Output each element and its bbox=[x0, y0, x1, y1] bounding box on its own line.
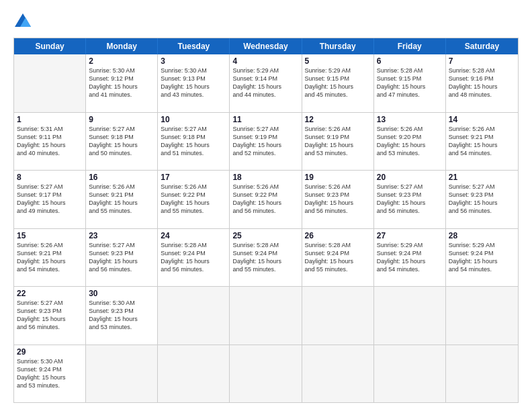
calendar-week-1: 2Sunrise: 5:30 AMSunset: 9:12 PMDaylight… bbox=[14, 54, 518, 113]
header-day-saturday: Saturday bbox=[446, 38, 518, 54]
calendar-cell: 9Sunrise: 5:27 AMSunset: 9:18 PMDaylight… bbox=[86, 113, 158, 171]
cell-info-line: and 56 minutes. bbox=[449, 207, 515, 215]
cell-info-line: Sunset: 9:24 PM bbox=[17, 365, 83, 373]
calendar-cell: 18Sunrise: 5:26 AMSunset: 9:22 PMDayligh… bbox=[230, 171, 302, 228]
calendar-cell bbox=[446, 345, 518, 403]
cell-info-line: Sunset: 9:24 PM bbox=[449, 249, 515, 257]
calendar-cell bbox=[446, 287, 518, 345]
cell-info-line: Daylight: 15 hours bbox=[305, 83, 371, 91]
calendar-cell bbox=[374, 345, 446, 403]
cell-info-line: Daylight: 15 hours bbox=[232, 199, 298, 207]
cell-info-line: Sunset: 9:11 PM bbox=[17, 133, 83, 141]
calendar-cell: 19Sunrise: 5:26 AMSunset: 9:23 PMDayligh… bbox=[302, 171, 374, 228]
cell-info-line: Sunset: 9:15 PM bbox=[377, 75, 443, 83]
day-number: 30 bbox=[89, 289, 154, 298]
cell-info-line: Daylight: 15 hours bbox=[161, 83, 226, 91]
cell-info-line: Sunrise: 5:28 AM bbox=[161, 241, 226, 249]
cell-info-line: and 55 minutes. bbox=[89, 207, 154, 215]
calendar-cell: 11Sunrise: 5:27 AMSunset: 9:19 PMDayligh… bbox=[230, 113, 302, 171]
calendar-cell bbox=[230, 345, 302, 403]
calendar-cell: 10Sunrise: 5:27 AMSunset: 9:18 PMDayligh… bbox=[158, 113, 230, 171]
cell-info-line: Sunrise: 5:27 AM bbox=[449, 183, 515, 191]
calendar-cell bbox=[158, 345, 230, 403]
cell-info-line: and 54 minutes. bbox=[449, 149, 515, 157]
cell-info-line: Sunrise: 5:26 AM bbox=[377, 125, 443, 133]
day-number: 13 bbox=[377, 115, 443, 124]
cell-info-line: Sunrise: 5:27 AM bbox=[17, 299, 83, 307]
calendar-cell: 1Sunrise: 5:31 AMSunset: 9:11 PMDaylight… bbox=[14, 113, 86, 171]
header-day-monday: Monday bbox=[86, 38, 158, 54]
calendar-cell: 28Sunrise: 5:29 AMSunset: 9:24 PMDayligh… bbox=[446, 229, 518, 287]
cell-info-line: Daylight: 15 hours bbox=[449, 83, 515, 91]
cell-info-line: and 53 minutes. bbox=[17, 381, 83, 390]
cell-info-line: Sunrise: 5:27 AM bbox=[232, 125, 298, 133]
header-day-friday: Friday bbox=[374, 38, 446, 54]
day-number: 7 bbox=[449, 56, 515, 66]
cell-info-line: Sunset: 9:23 PM bbox=[449, 191, 515, 199]
cell-info-line: and 56 minutes. bbox=[305, 207, 371, 215]
cell-info-line: and 41 minutes. bbox=[89, 91, 154, 99]
calendar-cell bbox=[230, 287, 302, 345]
cell-info-line: Sunset: 9:16 PM bbox=[449, 75, 515, 83]
logo-icon bbox=[13, 12, 32, 31]
cell-info-line: Sunset: 9:18 PM bbox=[161, 133, 226, 141]
cell-info-line: and 54 minutes. bbox=[17, 265, 83, 273]
cell-info-line: Sunset: 9:12 PM bbox=[89, 75, 154, 83]
day-number: 23 bbox=[89, 231, 154, 240]
cell-info-line: and 56 minutes. bbox=[161, 265, 226, 273]
cell-info-line: and 56 minutes. bbox=[232, 207, 298, 215]
cell-info-line: Sunrise: 5:26 AM bbox=[161, 183, 226, 191]
day-number: 4 bbox=[232, 56, 298, 66]
cell-info-line: Daylight: 15 hours bbox=[161, 199, 226, 207]
cell-info-line: Daylight: 15 hours bbox=[17, 199, 83, 207]
cell-info-line: Sunrise: 5:26 AM bbox=[89, 183, 154, 191]
cell-info-line: Sunset: 9:23 PM bbox=[305, 191, 371, 199]
cell-info-line: Sunset: 9:20 PM bbox=[377, 133, 443, 141]
header-day-sunday: Sunday bbox=[14, 38, 86, 54]
calendar-cell: 3Sunrise: 5:30 AMSunset: 9:13 PMDaylight… bbox=[158, 54, 230, 112]
calendar-cell: 20Sunrise: 5:27 AMSunset: 9:23 PMDayligh… bbox=[374, 171, 446, 228]
cell-info-line: Sunset: 9:22 PM bbox=[232, 191, 298, 199]
day-number: 28 bbox=[449, 231, 515, 240]
calendar-cell: 5Sunrise: 5:29 AMSunset: 9:15 PMDaylight… bbox=[302, 54, 374, 112]
cell-info-line: and 45 minutes. bbox=[305, 91, 371, 99]
cell-info-line: Sunrise: 5:28 AM bbox=[305, 241, 371, 249]
cell-info-line: Sunrise: 5:28 AM bbox=[449, 66, 515, 75]
cell-info-line: Sunset: 9:24 PM bbox=[232, 249, 298, 257]
cell-info-line: and 49 minutes. bbox=[17, 207, 83, 215]
calendar-cell: 22Sunrise: 5:27 AMSunset: 9:23 PMDayligh… bbox=[14, 287, 86, 345]
cell-info-line: Sunrise: 5:27 AM bbox=[17, 183, 83, 191]
cell-info-line: Sunset: 9:24 PM bbox=[305, 249, 371, 257]
cell-info-line: Daylight: 15 hours bbox=[305, 199, 371, 207]
calendar-cell bbox=[302, 345, 374, 403]
cell-info-line: Sunrise: 5:28 AM bbox=[377, 66, 443, 75]
cell-info-line: and 54 minutes. bbox=[377, 265, 443, 273]
cell-info-line: Sunset: 9:23 PM bbox=[89, 307, 154, 315]
cell-info-line: Sunset: 9:13 PM bbox=[161, 75, 226, 83]
day-number: 25 bbox=[232, 231, 298, 240]
logo bbox=[13, 12, 35, 31]
cell-info-line: Sunrise: 5:26 AM bbox=[305, 125, 371, 133]
cell-info-line: and 43 minutes. bbox=[161, 91, 226, 99]
cell-info-line: Daylight: 15 hours bbox=[161, 141, 226, 149]
calendar-week-4: 15Sunrise: 5:26 AMSunset: 9:21 PMDayligh… bbox=[14, 229, 518, 287]
calendar-header-row: SundayMondayTuesdayWednesdayThursdayFrid… bbox=[14, 38, 518, 54]
cell-info-line: and 54 minutes. bbox=[449, 265, 515, 273]
cell-info-line: Sunset: 9:23 PM bbox=[17, 307, 83, 315]
calendar-cell: 14Sunrise: 5:26 AMSunset: 9:21 PMDayligh… bbox=[446, 113, 518, 171]
day-number: 3 bbox=[161, 56, 226, 66]
cell-info-line: Daylight: 15 hours bbox=[89, 257, 154, 265]
cell-info-line: and 53 minutes. bbox=[377, 149, 443, 157]
day-number: 1 bbox=[17, 115, 83, 124]
cell-info-line: Sunset: 9:23 PM bbox=[377, 191, 443, 199]
cell-info-line: and 53 minutes. bbox=[89, 323, 154, 331]
cell-info-line: Daylight: 15 hours bbox=[305, 257, 371, 265]
cell-info-line: Sunrise: 5:26 AM bbox=[449, 125, 515, 133]
header-day-thursday: Thursday bbox=[302, 38, 374, 54]
cell-info-line: and 44 minutes. bbox=[232, 91, 298, 99]
calendar-week-6: 29Sunrise: 5:30 AMSunset: 9:24 PMDayligh… bbox=[14, 345, 518, 403]
cell-info-line: and 52 minutes. bbox=[232, 149, 298, 157]
cell-info-line: Sunset: 9:21 PM bbox=[17, 249, 83, 257]
cell-info-line: and 55 minutes. bbox=[232, 265, 298, 273]
calendar-cell: 30Sunrise: 5:30 AMSunset: 9:23 PMDayligh… bbox=[86, 287, 158, 345]
